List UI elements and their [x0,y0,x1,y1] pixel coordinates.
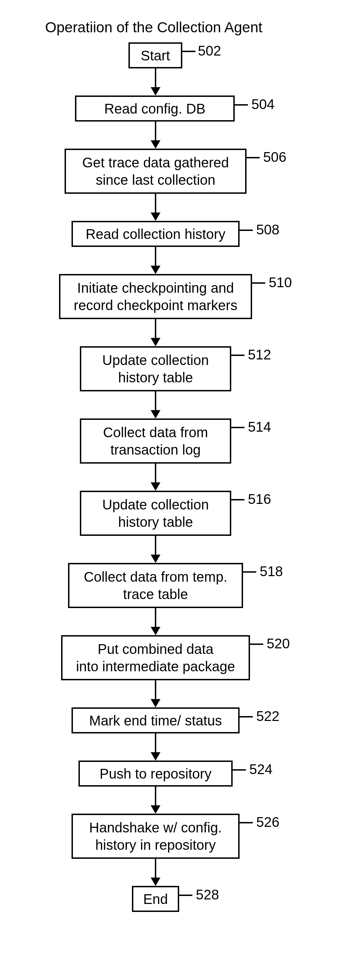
ref-connector [235,104,248,105]
step-checkpoint: Initiate checkpointing andrecord checkpo… [59,274,252,319]
arrow-line [155,608,156,627]
ref-connector [240,716,253,718]
step-label: Update collectionhistory table [102,496,209,531]
arrow-head-icon [151,482,161,491]
arrow-head-icon [151,213,161,221]
step-ref: 508 [256,222,280,237]
ref-connector [240,822,253,823]
step-ref: 528 [196,887,219,902]
step-read-config: Read config. DB [75,95,235,121]
step-mark-end: Mark end time/ status [72,707,240,733]
step-ref: 524 [249,762,272,777]
step-label: Collect data fromtransaction log [103,424,208,458]
step-ref: 516 [248,492,271,507]
step-ref: 510 [269,275,292,290]
arrow-head-icon [151,140,161,149]
step-get-trace: Get trace data gatheredsince last collec… [65,149,247,194]
step-label: End [143,890,168,908]
step-update-history-2: Update collectionhistory table [80,491,231,536]
step-push-repo: Push to repository [78,760,233,787]
ref-connector [231,499,245,500]
arrow-line [155,121,156,141]
step-ref: 514 [248,419,271,435]
ref-connector [233,769,246,771]
step-label: Put combined datainto intermediate packa… [76,640,235,675]
step-ref: 502 [198,43,221,59]
arrow-line [155,536,156,555]
step-label: Handshake w/ config.history in repositor… [89,819,222,854]
step-combine-package: Put combined datainto intermediate packa… [61,635,250,680]
arrow-line [155,391,156,411]
arrow-line [155,247,156,266]
arrow-line [155,194,156,213]
arrow-line [155,319,156,339]
step-collect-trace: Collect data from temp.trace table [68,563,243,608]
step-ref: 518 [260,564,283,579]
arrow-head-icon [151,627,161,635]
ref-connector [247,157,260,158]
ref-connector [252,282,265,284]
arrow-head-icon [151,555,161,563]
step-ref: 512 [248,347,271,363]
arrow-head-icon [151,699,161,707]
step-label: Initiate checkpointing andrecord checkpo… [73,279,237,314]
step-label: Read collection history [86,225,225,243]
ref-connector [240,229,253,231]
step-label: Get trace data gatheredsince last collec… [82,154,229,189]
arrow-line [155,680,156,700]
ref-connector [231,355,245,356]
step-update-history-1: Update collectionhistory table [80,346,231,391]
ref-connector [243,571,256,573]
arrow-head-icon [151,805,161,814]
step-label: Update collectionhistory table [102,352,209,386]
step-label: Push to repository [100,765,212,783]
arrow-line [155,859,156,878]
step-handshake: Handshake w/ config.history in repositor… [72,814,240,859]
arrow-line [155,733,156,753]
step-ref: 520 [267,636,290,651]
arrow-head-icon [151,752,161,760]
step-ref: 504 [251,97,275,112]
flowchart-canvas: Operatiion of the Collection Agent Start… [0,0,342,980]
step-label: Read config. DB [104,100,205,118]
step-ref: 526 [256,815,280,830]
step-start: Start [129,42,182,68]
arrow-line [155,464,156,483]
ref-connector [179,894,192,896]
step-ref: 506 [263,150,286,165]
arrow-line [155,787,156,806]
arrow-line [155,68,156,88]
diagram-title: Operatiion of the Collection Agent [45,19,262,36]
arrow-head-icon [151,87,161,95]
step-end: End [132,886,179,912]
arrow-head-icon [151,410,161,418]
step-ref: 522 [256,708,280,724]
step-collect-txn-log: Collect data fromtransaction log [80,418,231,464]
step-read-history: Read collection history [72,221,240,247]
ref-connector [231,427,245,428]
arrow-head-icon [151,338,161,346]
ref-connector [182,51,196,52]
ref-connector [250,643,263,645]
arrow-head-icon [151,878,161,886]
step-label: Mark end time/ status [89,712,222,729]
step-label: Start [141,47,170,64]
arrow-head-icon [151,266,161,274]
step-label: Collect data from temp.trace table [84,568,227,603]
